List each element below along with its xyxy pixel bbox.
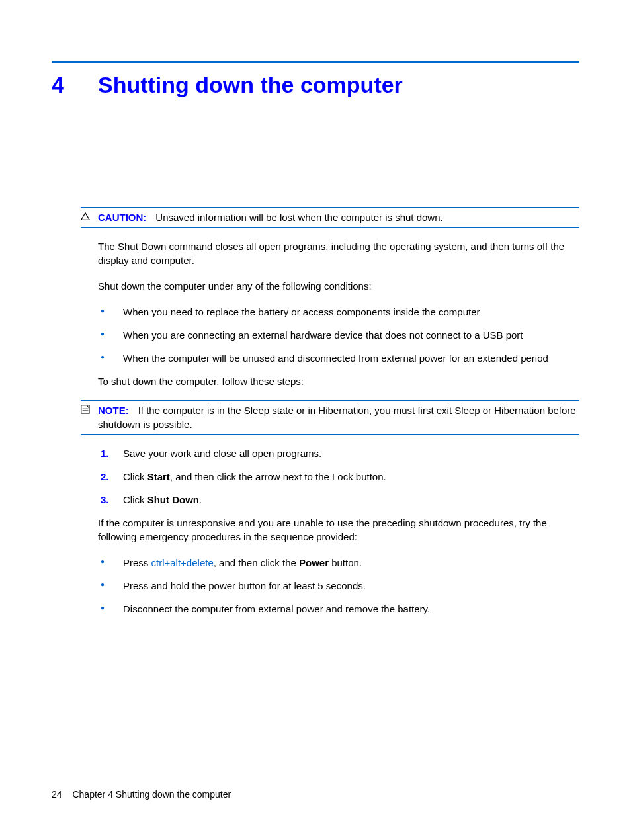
chapter-title-text: Shutting down the computer <box>98 69 403 101</box>
note-box: NOTE:If the computer is in the Sleep sta… <box>81 400 579 435</box>
bullet-icon: ● <box>101 579 123 591</box>
caution-icon <box>81 210 98 222</box>
emergency-list: ● Press ctrl+alt+delete, and then click … <box>98 556 579 616</box>
list-item: ● Press ctrl+alt+delete, and then click … <box>98 556 579 569</box>
conditions-list: ●When you need to replace the battery or… <box>98 305 579 365</box>
list-item: 2. Click Start, and then click the arrow… <box>98 470 579 483</box>
caution-box: CAUTION:Unsaved information will be lost… <box>81 207 579 228</box>
list-item: 1. Save your work and close all open pro… <box>98 446 579 460</box>
page-footer: 24 Chapter 4 Shutting down the computer <box>52 788 231 802</box>
intro-paragraph-2: Shut down the computer under any of the … <box>98 279 579 293</box>
header-rule <box>52 61 579 63</box>
step-number: 1. <box>101 446 123 460</box>
caution-label: CAUTION: <box>98 212 146 223</box>
condition-text: When you are connecting an external hard… <box>123 328 523 342</box>
bullet-icon: ● <box>101 556 123 567</box>
step-text: Click Start, and then click the arrow ne… <box>123 470 386 483</box>
bullet-icon: ● <box>101 328 123 340</box>
note-label: NOTE: <box>98 405 129 416</box>
list-item: ●When you need to replace the battery or… <box>98 305 579 319</box>
list-item: 3. Click Shut Down. <box>98 493 579 507</box>
bullet-icon: ● <box>101 602 123 614</box>
bullet-icon: ● <box>101 351 123 363</box>
steps-list: 1. Save your work and close all open pro… <box>98 446 579 507</box>
step-number: 2. <box>101 470 123 483</box>
footer-chapter-label: Chapter 4 Shutting down the computer <box>72 789 231 800</box>
step-text: Click Shut Down. <box>123 493 202 507</box>
emergency-text: Disconnect the computer from external po… <box>123 602 430 616</box>
unresponsive-paragraph: If the computer is unresponsive and you … <box>98 516 579 544</box>
chapter-number: 4 <box>52 69 98 101</box>
list-item: ●When you are connecting an external har… <box>98 328 579 342</box>
emergency-text: Press and hold the power button for at l… <box>123 579 366 593</box>
condition-text: When you need to replace the battery or … <box>123 305 480 319</box>
bullet-icon: ● <box>101 305 123 317</box>
caution-text: Unsaved information will be lost when th… <box>155 212 442 223</box>
chapter-heading: 4 Shutting down the computer <box>52 69 579 101</box>
list-item: ● Press and hold the power button for at… <box>98 579 579 593</box>
note-text: If the computer is in the Sleep state or… <box>98 405 576 430</box>
page-number: 24 <box>52 789 62 800</box>
condition-text: When the computer will be unused and dis… <box>123 351 548 365</box>
emergency-text: Press ctrl+alt+delete, and then click th… <box>123 556 362 569</box>
step-text: Save your work and close all open progra… <box>123 446 321 460</box>
intro-paragraph-1: The Shut Down command closes all open pr… <box>98 239 579 267</box>
list-item: ●When the computer will be unused and di… <box>98 351 579 365</box>
step-number: 3. <box>101 493 123 507</box>
note-icon <box>81 403 98 415</box>
list-item: ● Disconnect the computer from external … <box>98 602 579 616</box>
steps-intro: To shut down the computer, follow these … <box>98 374 579 388</box>
